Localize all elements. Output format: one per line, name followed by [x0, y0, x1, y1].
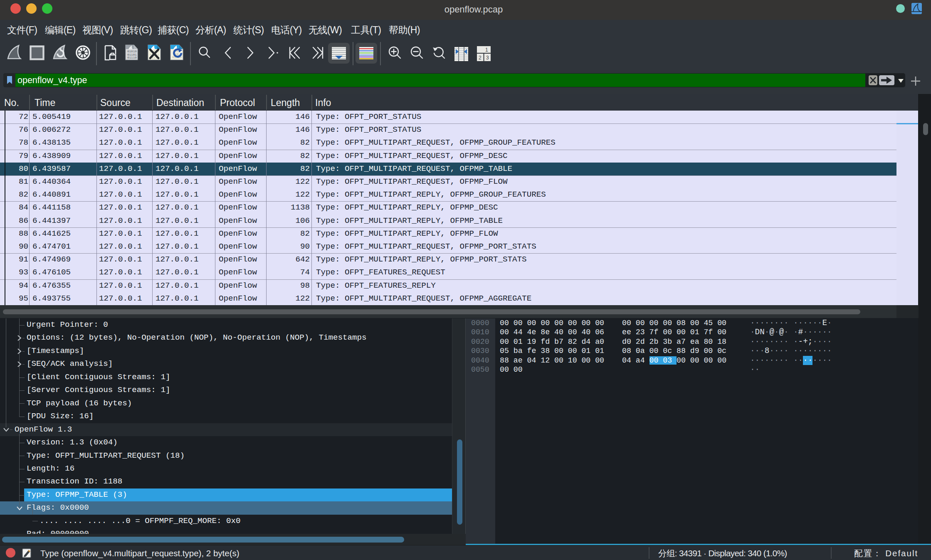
svg-text:1: 1 — [485, 47, 488, 53]
svg-text:3: 3 — [486, 55, 489, 61]
svg-text:2: 2 — [479, 55, 482, 61]
svg-text:01110: 01110 — [127, 56, 137, 59]
